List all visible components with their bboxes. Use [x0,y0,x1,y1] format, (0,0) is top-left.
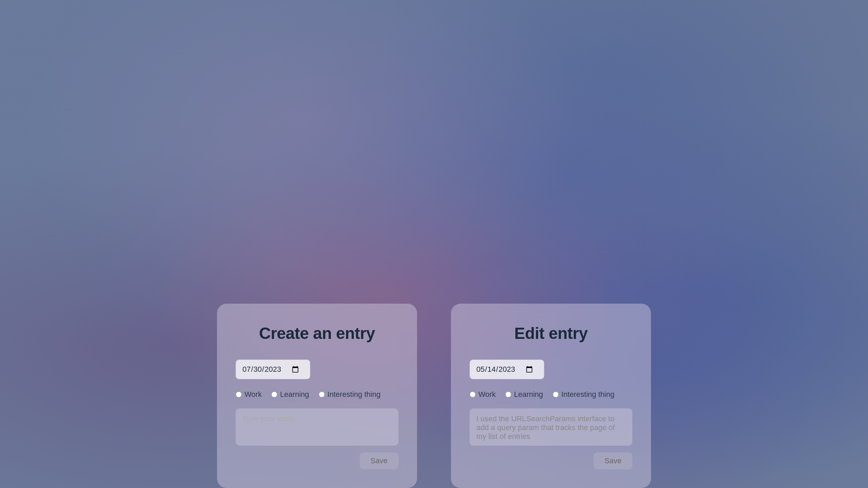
create-card-title: Create an entry [236,324,398,343]
create-radio-learning-input[interactable] [271,391,277,398]
create-form-bottom: Save [236,408,398,469]
create-radio-learning[interactable]: Learning [271,390,309,399]
edit-date-wrapper [470,360,632,379]
create-card: Create an entry Work Learning Interestin… [217,304,417,488]
edit-radio-work[interactable]: Work [470,390,496,399]
edit-form-bottom: I used the URLSearchParams interface to … [470,408,632,469]
create-date-wrapper [236,360,398,379]
create-radio-work[interactable]: Work [236,390,262,399]
edit-radio-learning-label: Learning [514,390,543,399]
edit-date-input-display[interactable] [470,360,544,379]
edit-radio-group: Work Learning Interesting thing [470,390,632,399]
edit-radio-interesting-input[interactable] [553,391,559,398]
edit-radio-learning-input[interactable] [505,391,511,398]
edit-save-button[interactable]: Save [594,452,632,469]
edit-card: Edit entry Work Learning Interesting thi… [451,304,651,488]
create-radio-learning-label: Learning [280,390,309,399]
edit-radio-work-label: Work [478,390,496,399]
create-date-field[interactable] [242,365,300,374]
edit-radio-learning[interactable]: Learning [505,390,543,399]
page-layout: Create an entry Work Learning Interestin… [0,0,868,488]
create-radio-group: Work Learning Interesting thing [236,390,398,399]
edit-entry-textarea[interactable]: I used the URLSearchParams interface to … [470,408,632,446]
edit-card-title: Edit entry [470,324,632,343]
edit-radio-interesting-label: Interesting thing [561,390,615,399]
create-radio-work-input[interactable] [236,391,242,398]
edit-radio-interesting[interactable]: Interesting thing [553,390,615,399]
create-radio-interesting[interactable]: Interesting thing [319,390,381,399]
edit-radio-work-input[interactable] [470,391,476,398]
create-radio-interesting-input[interactable] [319,391,325,398]
create-radio-work-label: Work [244,390,262,399]
create-date-input-display[interactable] [236,360,310,379]
edit-date-field[interactable] [476,365,534,374]
create-radio-interesting-label: Interesting thing [328,390,381,399]
create-entry-textarea[interactable] [236,408,398,446]
create-save-button[interactable]: Save [360,452,398,469]
